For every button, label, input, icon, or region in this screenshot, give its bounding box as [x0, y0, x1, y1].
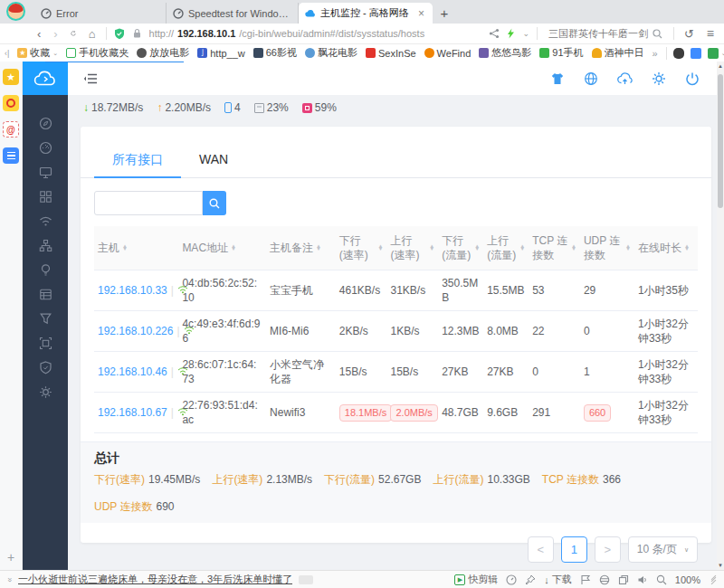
bookmark-http-w[interactable]: 亅http__w [197, 48, 245, 59]
col-note[interactable]: 主机备注▲▼ [266, 226, 336, 270]
next-page-button[interactable]: > [595, 536, 621, 563]
flag-icon[interactable] [580, 574, 591, 585]
close-tab-icon[interactable]: × [416, 7, 426, 20]
sort-carets-icon[interactable]: ▲▼ [231, 245, 236, 251]
topology-icon[interactable] [39, 239, 52, 252]
glasses-extension-icon[interactable] [673, 48, 684, 59]
host-ip-link[interactable]: 192.168.10.46 [98, 365, 167, 378]
tab-wan[interactable]: WAN [181, 143, 246, 177]
bookmark-91phone[interactable]: 91手机 [539, 46, 583, 60]
bookmark-phone-folder[interactable]: 手机收藏夹 [66, 46, 129, 60]
cloud-upload-icon[interactable] [617, 71, 633, 85]
more-bookmarks-icon[interactable]: » [653, 48, 658, 59]
col-up-total[interactable]: 上行 (流量)▲▼ [483, 226, 529, 270]
user-avatar[interactable] [6, 2, 25, 21]
monitor-icon[interactable] [39, 166, 52, 179]
host-search-input[interactable] [94, 191, 203, 215]
search-icon[interactable] [653, 29, 662, 39]
sort-carets-icon[interactable]: ▲▼ [378, 245, 384, 251]
col-down-total[interactable]: 下行 (流量)▲▼ [438, 226, 483, 270]
news-ticker-link[interactable]: 一小伙逝世前说三遍烧床单，母亲没在意，3年后洗床单时懂了 [18, 573, 292, 586]
browser-search-box[interactable]: 三国群英传十年磨一剑 [545, 27, 666, 41]
col-up-rate[interactable]: 上行 (速率)▲▼ [386, 226, 438, 270]
sort-carets-icon[interactable]: ▲▼ [316, 245, 321, 251]
refresh-icon[interactable] [68, 28, 79, 39]
tab-all-interfaces[interactable]: 所有接口 [94, 143, 181, 177]
settings-gear-icon[interactable] [652, 71, 666, 86]
bulb-icon[interactable] [39, 263, 52, 277]
col-udp[interactable]: UDP 连接数▲▼ [580, 226, 634, 270]
notes-icon[interactable] [3, 147, 19, 164]
bookmark-youyouniao[interactable]: 悠悠鸟影 [479, 46, 531, 60]
host-ip-link[interactable]: 192.168.10.226 [98, 325, 173, 337]
chevrons-down-icon[interactable]: » [5, 577, 14, 582]
add-sidebar-item-icon[interactable]: + [7, 550, 14, 564]
bookmark-piaohua[interactable]: 飘花电影 [305, 46, 357, 60]
filter-funnel-icon[interactable] [39, 312, 52, 326]
col-online[interactable]: 在线时长▲▼ [634, 226, 698, 270]
browser-tab-host-monitor[interactable]: 主机监控 - 高格网络 × [299, 3, 433, 24]
sort-carets-icon[interactable]: ▲▼ [571, 245, 576, 251]
back-icon[interactable]: ‹ [34, 28, 43, 40]
col-host[interactable]: 主机▲▼ [94, 226, 178, 270]
prev-page-button[interactable]: < [528, 536, 554, 563]
quick-clip-button[interactable]: ▶快剪辑 [454, 573, 498, 586]
host-ip-link[interactable]: 192.168.10.67 [98, 406, 167, 419]
col-down-rate[interactable]: 下行 (速率)▲▼ [336, 226, 387, 270]
download-button[interactable]: ↓下载 [544, 573, 572, 586]
speaker-icon[interactable] [637, 574, 648, 585]
bookmark-fangfang[interactable]: 放放电影 [137, 46, 189, 60]
sort-carets-icon[interactable]: ▲▼ [474, 245, 480, 251]
collapse-sidebar-icon[interactable]: ‹| [5, 49, 9, 58]
bookmark-sexinse[interactable]: SexInSe [366, 48, 416, 59]
weibo-icon[interactable] [3, 95, 19, 111]
shield-check-icon[interactable] [39, 361, 52, 375]
zoom-level[interactable]: 100% [675, 574, 700, 585]
sort-carets-icon[interactable]: ▲▼ [625, 245, 631, 251]
bookmark-66yingshi[interactable]: 66影视 [253, 46, 297, 60]
host-ip-link[interactable]: 192.168.10.33 [98, 284, 167, 297]
power-icon[interactable] [685, 71, 700, 86]
resize-grip-icon[interactable] [710, 577, 717, 583]
scroll-down-icon[interactable]: ▼ [717, 561, 724, 570]
flash-icon[interactable] [507, 28, 515, 39]
browser-tab-error[interactable]: Error [34, 3, 167, 24]
current-page-button[interactable]: 1 [561, 536, 587, 563]
translate-extension-icon[interactable] [708, 48, 719, 59]
wifi-icon[interactable] [39, 214, 52, 228]
app-logo[interactable] [23, 62, 68, 95]
language-globe-icon[interactable] [584, 71, 598, 86]
favorites-sidebar-icon[interactable]: ★ [3, 69, 19, 85]
security-shield-icon[interactable] [114, 28, 125, 40]
home-icon[interactable]: ⌂ [86, 28, 99, 40]
table-list-icon[interactable] [39, 288, 52, 301]
zoom-search-icon[interactable] [656, 574, 667, 585]
page-size-select[interactable]: 10 条/页∨ [628, 536, 698, 563]
browser-tab-speedtest[interactable]: Speedtest for Windows - Dow [167, 3, 299, 24]
scrollbar-thumb[interactable] [718, 74, 723, 208]
scroll-up-icon[interactable]: ▲ [717, 62, 724, 71]
frame-crop-icon[interactable] [39, 337, 52, 350]
host-search-button[interactable] [203, 191, 226, 215]
settings-gear-icon[interactable] [39, 385, 52, 399]
windows-layers-icon[interactable] [618, 574, 629, 585]
sort-carets-icon[interactable]: ▲▼ [519, 245, 525, 251]
sort-carets-icon[interactable]: ▲▼ [122, 245, 128, 251]
compass-icon[interactable] [39, 117, 52, 130]
apps-grid-icon[interactable] [39, 190, 52, 204]
network-swirl-icon[interactable] [599, 574, 610, 585]
share-icon[interactable] [489, 28, 500, 39]
blue-extension-icon[interactable] [691, 48, 701, 59]
sort-carets-icon[interactable]: ▲▼ [684, 245, 690, 251]
forward-icon[interactable]: › [51, 28, 60, 40]
dashboard-icon[interactable] [39, 141, 52, 155]
skin-shirt-icon[interactable] [550, 71, 565, 86]
pin-icon[interactable] [525, 574, 536, 585]
bookmark-jiushen[interactable]: 酒神中日 [592, 46, 644, 60]
speed-dial-icon[interactable] [506, 574, 517, 585]
new-tab-button[interactable]: + [433, 3, 456, 24]
screenshot-tool-icon[interactable]: @ [3, 121, 19, 138]
main-menu-icon[interactable]: ≡ [704, 27, 717, 40]
sort-carets-icon[interactable]: ▲▼ [429, 245, 434, 251]
bookmark-favorites[interactable]: ★收藏⌄ [17, 46, 58, 60]
